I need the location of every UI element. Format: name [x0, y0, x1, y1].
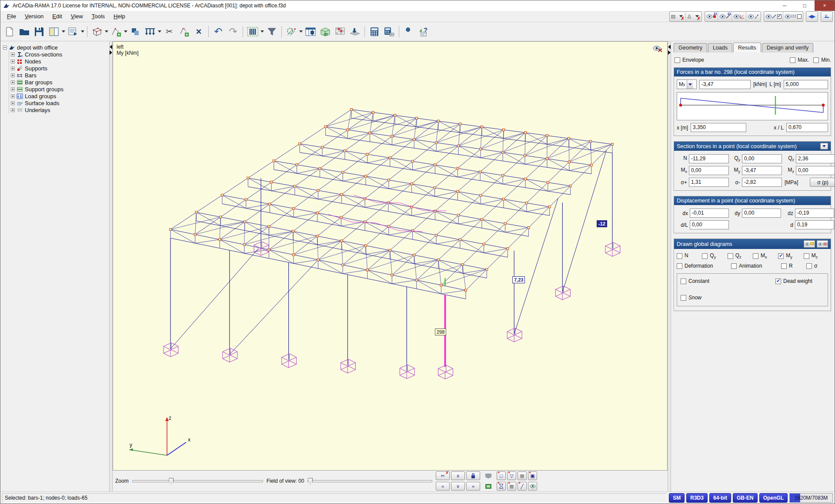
expand-icon[interactable]	[11, 66, 15, 70]
snow-checkbox[interactable]	[681, 295, 686, 301]
rotate-left-button[interactable]: «	[436, 482, 450, 491]
model-viewport[interactable]: left My [kNm] -12 7,23 298 z y	[113, 41, 668, 471]
zoom-window-button[interactable]: +□	[497, 471, 506, 480]
expand-icon[interactable]	[11, 108, 15, 112]
collapse-icon[interactable]	[3, 46, 7, 50]
dl-field[interactable]: 0,00	[690, 220, 729, 229]
zoom-extents-button[interactable]: +▣	[528, 471, 537, 480]
expand-icon[interactable]	[11, 60, 15, 63]
tree-item-nodes[interactable]: Nodes	[11, 58, 109, 65]
expand-icon[interactable]	[11, 80, 15, 84]
show-mesh-button[interactable]	[783, 12, 803, 21]
dz-field[interactable]: -0,19	[795, 209, 834, 218]
show-nodes-button[interactable]: 11	[705, 12, 718, 21]
right-splitter[interactable]	[668, 41, 671, 491]
qz-checkbox[interactable]	[728, 253, 733, 259]
qy-field[interactable]: 0,00	[742, 154, 782, 163]
tree-item-load-groups[interactable]: Load groups	[11, 93, 109, 99]
show-grid-button[interactable]: ▦	[518, 471, 527, 480]
menu-edit[interactable]: Edit	[48, 12, 66, 21]
d-field[interactable]: 0,19	[795, 220, 834, 229]
cut-button[interactable]: ✂	[162, 24, 177, 40]
constant-checkbox[interactable]	[681, 279, 686, 284]
linear-load-button[interactable]	[143, 24, 157, 40]
expand-horizontal-button[interactable]: ◀▶	[806, 12, 818, 21]
measure-button[interactable]: +╱	[518, 482, 527, 491]
mz-checkbox[interactable]	[804, 253, 809, 259]
envelope-checkbox[interactable]	[675, 57, 680, 63]
calculator-button[interactable]	[367, 24, 382, 40]
minimize-button[interactable]: ─	[775, 0, 795, 11]
expand-right-icon[interactable]	[668, 50, 671, 55]
hide-view-button[interactable]	[652, 45, 663, 52]
delete-mesh-button[interactable]: ✗	[686, 12, 701, 21]
tree-item-bar-groups[interactable]: Bar groups	[11, 79, 109, 86]
calc-settings-dropdown[interactable]	[299, 24, 303, 40]
rotate-up-button[interactable]: ∧	[451, 471, 465, 480]
tab-design[interactable]: Design and verify	[762, 43, 814, 53]
clear-selection-button[interactable]: ✂✗	[436, 471, 450, 480]
tree-item-supports[interactable]: Supports	[11, 65, 109, 72]
zoom-slider[interactable]	[132, 480, 263, 482]
calculator-report-button[interactable]	[382, 24, 397, 40]
menu-tools[interactable]: Tools	[88, 12, 109, 21]
screen-mode-button[interactable]	[481, 471, 495, 480]
tree-item-support-groups[interactable]: Support groups	[11, 86, 109, 93]
combo-dropdown[interactable]	[687, 80, 693, 89]
calc-settings-button[interactable]	[284, 24, 299, 40]
tab-results[interactable]: Results	[733, 43, 761, 52]
view-3d-button[interactable]: 3D	[318, 24, 333, 40]
redo-button[interactable]: ↷	[226, 24, 240, 40]
expand-icon[interactable]	[11, 87, 15, 91]
mesh-checkbox[interactable]	[797, 14, 802, 19]
tree-item-cross-sections[interactable]: Cross-sections	[11, 51, 109, 58]
menu-file[interactable]: File	[3, 12, 20, 21]
frame-3d-dropdown[interactable]	[104, 24, 109, 40]
bar-length-field[interactable]: 5,000	[784, 80, 828, 89]
expand-icon[interactable]	[11, 94, 15, 98]
dx-field[interactable]: -0,01	[690, 209, 729, 218]
results-table-button[interactable]	[303, 24, 318, 40]
force-value-field[interactable]: -3,47	[699, 80, 751, 89]
r-checkbox[interactable]	[781, 263, 787, 269]
tab-geometry[interactable]: Geometry	[674, 43, 707, 53]
mesh-button[interactable]	[333, 24, 347, 40]
delete-results-button[interactable]: ✗	[670, 12, 686, 21]
animation-checkbox[interactable]	[731, 263, 737, 269]
min-checkbox[interactable]	[813, 57, 819, 63]
max-checkbox[interactable]	[790, 57, 795, 63]
open-folder-button[interactable]	[17, 24, 32, 40]
linear-load-dropdown[interactable]	[157, 24, 162, 40]
show-values-button[interactable]	[804, 240, 815, 248]
collapse-left-icon[interactable]	[668, 45, 671, 49]
show-load-symbols-button[interactable]	[764, 12, 783, 21]
n-field[interactable]: -11,29	[689, 154, 729, 163]
sigma-minus-field[interactable]: -2,82	[742, 178, 782, 187]
collapse-left-icon[interactable]	[110, 45, 112, 49]
maximize-button[interactable]: □	[795, 0, 815, 11]
wrench-button[interactable]	[401, 24, 416, 40]
expand-right-icon[interactable]	[110, 50, 112, 55]
filter-button[interactable]	[264, 24, 279, 40]
tree-item-root[interactable]: depot with office	[3, 44, 109, 51]
window-layout-button[interactable]	[47, 24, 61, 40]
deformation-checkbox[interactable]	[677, 263, 682, 269]
delete-button[interactable]: ×	[191, 24, 206, 40]
view-orbit-button[interactable]	[528, 482, 537, 491]
load-symbols-checkbox[interactable]	[777, 14, 782, 19]
qz-field[interactable]: 2,36	[796, 154, 835, 163]
mz-field[interactable]: 0,00	[796, 166, 835, 175]
section-forces-dropdown[interactable]	[820, 143, 828, 149]
report-button[interactable]	[66, 24, 80, 40]
force-type-combo[interactable]: My	[677, 80, 697, 89]
my-field[interactable]: -3,47	[742, 166, 782, 175]
report-dropdown[interactable]	[80, 24, 85, 40]
add-bar-button[interactable]	[177, 24, 191, 40]
rotate-right-button[interactable]: »	[466, 482, 480, 491]
fov-slider-thumb[interactable]	[308, 478, 313, 485]
n-checkbox[interactable]	[677, 253, 682, 259]
tree-item-underlays[interactable]: Underlays	[11, 106, 109, 113]
section-view-dropdown[interactable]	[260, 24, 264, 40]
zoom-slider-thumb[interactable]	[169, 478, 174, 485]
x-position-field[interactable]: 3,350	[691, 123, 746, 132]
